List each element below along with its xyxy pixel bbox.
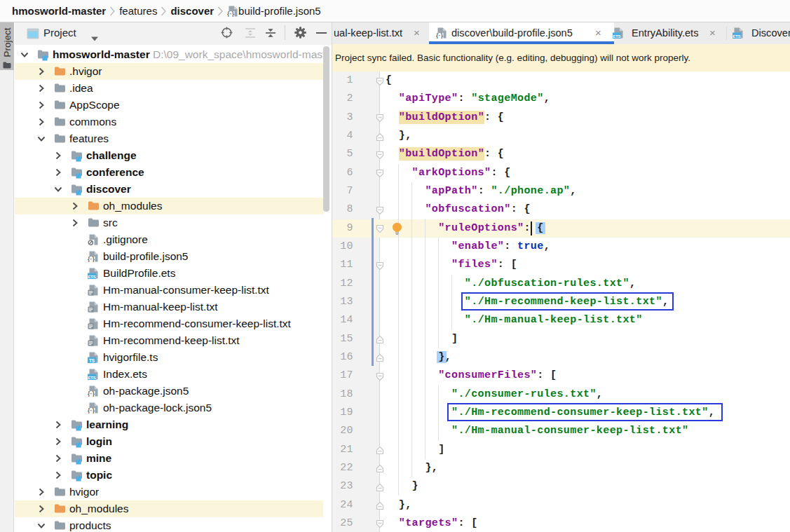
svg-text:{·}: {·} (436, 32, 443, 39)
svg-text:ETS: ETS (733, 34, 740, 39)
svg-text:ETS: ETS (613, 34, 620, 39)
